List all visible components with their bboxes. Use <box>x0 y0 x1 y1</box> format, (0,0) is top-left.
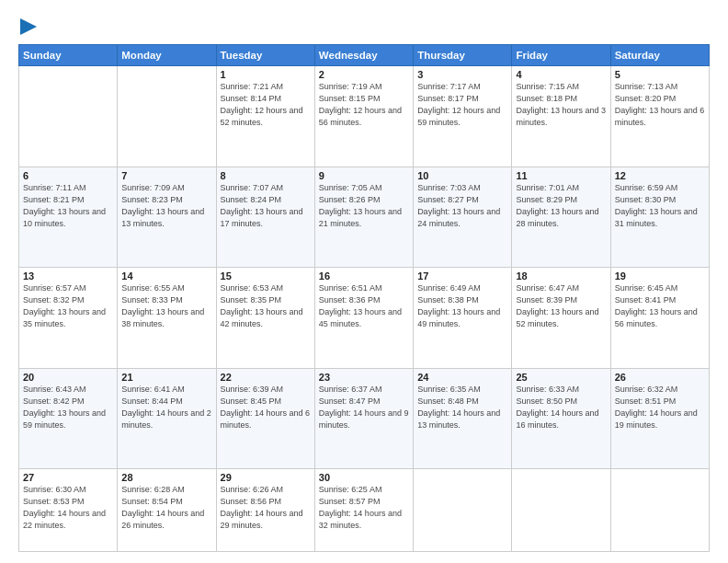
calendar-cell: 24Sunrise: 6:35 AM Sunset: 8:48 PM Dayli… <box>414 368 512 469</box>
day-info: Sunrise: 6:28 AM Sunset: 8:54 PM Dayligh… <box>121 484 211 532</box>
calendar-cell: 14Sunrise: 6:55 AM Sunset: 8:33 PM Dayli… <box>118 268 216 369</box>
calendar-cell: 28Sunrise: 6:28 AM Sunset: 8:54 PM Dayli… <box>118 469 216 552</box>
day-info: Sunrise: 7:17 AM Sunset: 8:17 PM Dayligh… <box>417 81 507 129</box>
day-info: Sunrise: 6:32 AM Sunset: 8:51 PM Dayligh… <box>615 384 705 431</box>
calendar-cell: 16Sunrise: 6:51 AM Sunset: 8:36 PM Dayli… <box>314 268 413 369</box>
svg-marker-0 <box>20 18 37 35</box>
weekday-header-row: SundayMondayTuesdayWednesdayThursdayFrid… <box>19 45 710 66</box>
day-number: 30 <box>319 472 409 483</box>
calendar-cell <box>512 469 610 552</box>
week-row-2: 6Sunrise: 7:11 AM Sunset: 8:21 PM Daylig… <box>19 167 710 268</box>
calendar-cell: 10Sunrise: 7:03 AM Sunset: 8:27 PM Dayli… <box>414 167 512 268</box>
calendar-cell: 13Sunrise: 6:57 AM Sunset: 8:32 PM Dayli… <box>19 268 118 369</box>
day-number: 2 <box>319 69 409 80</box>
weekday-header-saturday: Saturday <box>610 45 709 66</box>
day-number: 29 <box>221 472 311 483</box>
day-number: 9 <box>319 170 409 181</box>
day-info: Sunrise: 6:37 AM Sunset: 8:47 PM Dayligh… <box>319 384 409 431</box>
page: SundayMondayTuesdayWednesdayThursdayFrid… <box>0 0 728 563</box>
day-info: Sunrise: 6:26 AM Sunset: 8:56 PM Dayligh… <box>221 484 311 532</box>
day-number: 27 <box>23 472 113 483</box>
calendar-cell <box>414 469 512 552</box>
logo <box>18 17 37 35</box>
day-number: 4 <box>516 69 606 80</box>
day-number: 26 <box>615 372 705 383</box>
day-number: 10 <box>417 170 507 181</box>
day-number: 1 <box>221 69 311 80</box>
day-info: Sunrise: 6:45 AM Sunset: 8:41 PM Dayligh… <box>615 282 705 330</box>
day-number: 5 <box>615 69 705 80</box>
calendar-cell: 23Sunrise: 6:37 AM Sunset: 8:47 PM Dayli… <box>314 368 413 469</box>
day-number: 14 <box>121 270 211 282</box>
weekday-header-monday: Monday <box>118 45 216 66</box>
day-number: 28 <box>121 472 211 483</box>
calendar-cell: 11Sunrise: 7:01 AM Sunset: 8:29 PM Dayli… <box>512 167 610 268</box>
day-info: Sunrise: 7:21 AM Sunset: 8:14 PM Dayligh… <box>221 81 311 129</box>
day-info: Sunrise: 7:15 AM Sunset: 8:18 PM Dayligh… <box>516 81 606 129</box>
calendar-cell: 1Sunrise: 7:21 AM Sunset: 8:14 PM Daylig… <box>216 66 314 167</box>
week-row-3: 13Sunrise: 6:57 AM Sunset: 8:32 PM Dayli… <box>19 268 710 369</box>
calendar-cell: 3Sunrise: 7:17 AM Sunset: 8:17 PM Daylig… <box>414 66 512 167</box>
calendar-cell: 19Sunrise: 6:45 AM Sunset: 8:41 PM Dayli… <box>610 268 709 369</box>
calendar-body: 1Sunrise: 7:21 AM Sunset: 8:14 PM Daylig… <box>19 66 710 552</box>
day-info: Sunrise: 6:49 AM Sunset: 8:38 PM Dayligh… <box>417 282 507 330</box>
day-number: 13 <box>23 270 113 282</box>
day-number: 15 <box>221 270 311 282</box>
day-info: Sunrise: 7:09 AM Sunset: 8:23 PM Dayligh… <box>121 182 211 230</box>
calendar: SundayMondayTuesdayWednesdayThursdayFrid… <box>18 44 710 552</box>
day-number: 11 <box>516 170 606 181</box>
calendar-cell <box>610 469 709 552</box>
day-number: 8 <box>221 170 311 181</box>
day-number: 6 <box>23 170 113 181</box>
day-number: 24 <box>417 372 507 383</box>
calendar-cell: 5Sunrise: 7:13 AM Sunset: 8:20 PM Daylig… <box>610 66 709 167</box>
day-info: Sunrise: 6:47 AM Sunset: 8:39 PM Dayligh… <box>516 282 606 330</box>
calendar-cell: 18Sunrise: 6:47 AM Sunset: 8:39 PM Dayli… <box>512 268 610 369</box>
calendar-cell: 27Sunrise: 6:30 AM Sunset: 8:53 PM Dayli… <box>19 469 118 552</box>
day-info: Sunrise: 7:13 AM Sunset: 8:20 PM Dayligh… <box>615 81 705 129</box>
day-info: Sunrise: 7:07 AM Sunset: 8:24 PM Dayligh… <box>221 182 311 230</box>
calendar-cell: 6Sunrise: 7:11 AM Sunset: 8:21 PM Daylig… <box>19 167 118 268</box>
day-number: 20 <box>23 372 113 383</box>
day-info: Sunrise: 6:33 AM Sunset: 8:50 PM Dayligh… <box>516 384 606 431</box>
day-info: Sunrise: 6:41 AM Sunset: 8:44 PM Dayligh… <box>121 384 211 431</box>
header <box>18 17 710 35</box>
day-info: Sunrise: 6:43 AM Sunset: 8:42 PM Dayligh… <box>23 384 113 431</box>
calendar-cell: 22Sunrise: 6:39 AM Sunset: 8:45 PM Dayli… <box>216 368 314 469</box>
week-row-5: 27Sunrise: 6:30 AM Sunset: 8:53 PM Dayli… <box>19 469 710 552</box>
day-number: 18 <box>516 270 606 282</box>
day-number: 12 <box>615 170 705 181</box>
weekday-header-wednesday: Wednesday <box>314 45 413 66</box>
day-number: 16 <box>319 270 409 282</box>
day-number: 22 <box>221 372 311 383</box>
calendar-cell: 12Sunrise: 6:59 AM Sunset: 8:30 PM Dayli… <box>610 167 709 268</box>
week-row-1: 1Sunrise: 7:21 AM Sunset: 8:14 PM Daylig… <box>19 66 710 167</box>
day-info: Sunrise: 7:03 AM Sunset: 8:27 PM Dayligh… <box>417 182 507 230</box>
calendar-cell: 25Sunrise: 6:33 AM Sunset: 8:50 PM Dayli… <box>512 368 610 469</box>
calendar-cell: 17Sunrise: 6:49 AM Sunset: 8:38 PM Dayli… <box>414 268 512 369</box>
day-number: 25 <box>516 372 606 383</box>
calendar-cell: 8Sunrise: 7:07 AM Sunset: 8:24 PM Daylig… <box>216 167 314 268</box>
day-info: Sunrise: 7:11 AM Sunset: 8:21 PM Dayligh… <box>23 182 113 230</box>
weekday-header-tuesday: Tuesday <box>216 45 314 66</box>
day-info: Sunrise: 7:01 AM Sunset: 8:29 PM Dayligh… <box>516 182 606 230</box>
logo-icon <box>20 17 37 37</box>
day-info: Sunrise: 6:51 AM Sunset: 8:36 PM Dayligh… <box>319 282 409 330</box>
day-info: Sunrise: 6:39 AM Sunset: 8:45 PM Dayligh… <box>221 384 311 431</box>
calendar-cell: 20Sunrise: 6:43 AM Sunset: 8:42 PM Dayli… <box>19 368 118 469</box>
calendar-cell <box>118 66 216 167</box>
day-info: Sunrise: 6:35 AM Sunset: 8:48 PM Dayligh… <box>417 384 507 431</box>
day-number: 7 <box>121 170 211 181</box>
day-number: 19 <box>615 270 705 282</box>
day-number: 17 <box>417 270 507 282</box>
week-row-4: 20Sunrise: 6:43 AM Sunset: 8:42 PM Dayli… <box>19 368 710 469</box>
day-info: Sunrise: 6:57 AM Sunset: 8:32 PM Dayligh… <box>23 282 113 330</box>
calendar-cell: 30Sunrise: 6:25 AM Sunset: 8:57 PM Dayli… <box>314 469 413 552</box>
calendar-cell: 15Sunrise: 6:53 AM Sunset: 8:35 PM Dayli… <box>216 268 314 369</box>
calendar-cell: 9Sunrise: 7:05 AM Sunset: 8:26 PM Daylig… <box>314 167 413 268</box>
day-info: Sunrise: 6:59 AM Sunset: 8:30 PM Dayligh… <box>615 182 705 230</box>
day-info: Sunrise: 6:55 AM Sunset: 8:33 PM Dayligh… <box>121 282 211 330</box>
weekday-header-sunday: Sunday <box>19 45 118 66</box>
calendar-cell: 2Sunrise: 7:19 AM Sunset: 8:15 PM Daylig… <box>314 66 413 167</box>
day-info: Sunrise: 7:19 AM Sunset: 8:15 PM Dayligh… <box>319 81 409 129</box>
